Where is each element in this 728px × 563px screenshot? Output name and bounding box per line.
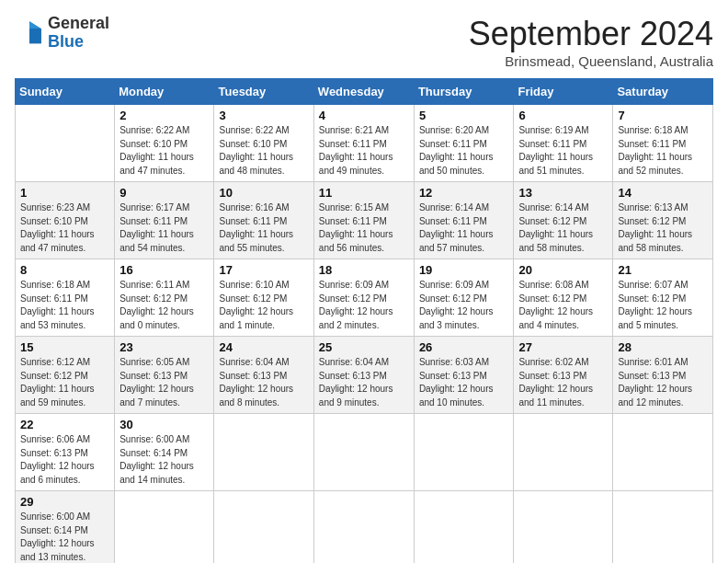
logo-blue-text: Blue	[48, 32, 84, 51]
calendar-cell: 20Sunrise: 6:08 AMSunset: 6:12 PMDayligh…	[514, 259, 613, 337]
calendar-cell	[115, 491, 214, 564]
day-number: 27	[518, 340, 608, 354]
day-info: Sunrise: 6:13 AMSunset: 6:12 PMDaylight:…	[618, 201, 708, 255]
day-number: 18	[319, 263, 409, 277]
day-of-week-header: Tuesday	[214, 79, 313, 105]
day-info: Sunrise: 6:14 AMSunset: 6:12 PMDaylight:…	[518, 201, 608, 255]
calendar-cell: 16Sunrise: 6:11 AMSunset: 6:12 PMDayligh…	[115, 259, 214, 337]
day-of-week-header: Saturday	[613, 79, 713, 105]
calendar-cell: 6Sunrise: 6:19 AMSunset: 6:11 PMDaylight…	[514, 105, 613, 182]
day-info: Sunrise: 6:10 AMSunset: 6:12 PMDaylight:…	[219, 279, 308, 332]
day-info: Sunrise: 6:20 AMSunset: 6:11 PMDaylight:…	[419, 124, 509, 178]
day-info: Sunrise: 6:03 AMSunset: 6:13 PMDaylight:…	[419, 356, 509, 409]
day-info: Sunrise: 6:21 AMSunset: 6:11 PMDaylight:…	[319, 124, 409, 178]
day-info: Sunrise: 6:00 AMSunset: 6:14 PMDaylight:…	[20, 511, 109, 563]
day-number: 22	[20, 418, 109, 431]
day-number: 3	[219, 109, 308, 122]
svg-marker-1	[29, 21, 41, 29]
day-number: 25	[319, 340, 409, 354]
calendar-cell: 4Sunrise: 6:21 AMSunset: 6:11 PMDaylight…	[313, 105, 414, 182]
day-info: Sunrise: 6:18 AMSunset: 6:11 PMDaylight:…	[20, 279, 109, 332]
day-info: Sunrise: 6:04 AMSunset: 6:13 PMDaylight:…	[319, 356, 409, 409]
day-number: 7	[618, 109, 708, 122]
calendar-week-row: 29Sunrise: 6:00 AMSunset: 6:14 PMDayligh…	[16, 491, 713, 564]
calendar-cell: 30Sunrise: 6:00 AMSunset: 6:14 PMDayligh…	[115, 414, 214, 491]
calendar-cell	[414, 491, 514, 564]
day-number: 26	[419, 340, 509, 354]
day-number: 17	[219, 263, 308, 277]
day-of-week-header: Monday	[115, 79, 214, 105]
calendar-cell: 10Sunrise: 6:16 AMSunset: 6:11 PMDayligh…	[214, 182, 313, 259]
calendar-cell: 11Sunrise: 6:15 AMSunset: 6:11 PMDayligh…	[313, 182, 414, 259]
calendar-header-row: SundayMondayTuesdayWednesdayThursdayFrid…	[16, 79, 713, 105]
calendar-cell: 12Sunrise: 6:14 AMSunset: 6:11 PMDayligh…	[414, 182, 514, 259]
day-info: Sunrise: 6:11 AMSunset: 6:12 PMDaylight:…	[119, 279, 209, 332]
calendar-cell: 18Sunrise: 6:09 AMSunset: 6:12 PMDayligh…	[313, 259, 414, 337]
day-info: Sunrise: 6:22 AMSunset: 6:10 PMDaylight:…	[119, 124, 209, 178]
calendar-week-row: 22Sunrise: 6:06 AMSunset: 6:13 PMDayligh…	[16, 414, 713, 491]
day-info: Sunrise: 6:22 AMSunset: 6:10 PMDaylight:…	[219, 124, 308, 178]
calendar-cell: 25Sunrise: 6:04 AMSunset: 6:13 PMDayligh…	[313, 337, 414, 414]
calendar-cell	[514, 491, 613, 564]
day-info: Sunrise: 6:04 AMSunset: 6:13 PMDaylight:…	[219, 356, 308, 409]
day-number: 15	[20, 340, 109, 354]
day-number: 13	[518, 186, 608, 200]
logo-icon	[15, 18, 44, 48]
calendar-week-row: 2Sunrise: 6:22 AMSunset: 6:10 PMDaylight…	[16, 105, 713, 182]
calendar-cell: 17Sunrise: 6:10 AMSunset: 6:12 PMDayligh…	[214, 259, 313, 337]
calendar-cell: 19Sunrise: 6:09 AMSunset: 6:12 PMDayligh…	[414, 259, 514, 337]
day-number: 28	[618, 340, 708, 354]
day-info: Sunrise: 6:09 AMSunset: 6:12 PMDaylight:…	[319, 279, 409, 332]
day-number: 11	[319, 186, 409, 200]
day-info: Sunrise: 6:16 AMSunset: 6:11 PMDaylight:…	[219, 201, 308, 255]
title-block: September 2024 Brinsmead, Queensland, Au…	[469, 15, 713, 69]
day-of-week-header: Friday	[514, 79, 613, 105]
day-number: 20	[518, 263, 608, 277]
calendar-cell	[613, 491, 713, 564]
day-number: 2	[119, 109, 209, 122]
day-number: 5	[419, 109, 509, 122]
day-info: Sunrise: 6:12 AMSunset: 6:12 PMDaylight:…	[20, 356, 109, 409]
day-number: 9	[119, 186, 209, 200]
day-number: 12	[419, 186, 509, 200]
calendar-cell: 13Sunrise: 6:14 AMSunset: 6:12 PMDayligh…	[514, 182, 613, 259]
calendar-cell: 26Sunrise: 6:03 AMSunset: 6:13 PMDayligh…	[414, 337, 514, 414]
day-number: 24	[219, 340, 308, 354]
logo-general-text: General	[48, 14, 109, 32]
calendar-week-row: 15Sunrise: 6:12 AMSunset: 6:12 PMDayligh…	[16, 337, 713, 414]
location: Brinsmead, Queensland, Australia	[469, 53, 713, 69]
day-number: 1	[20, 186, 109, 200]
day-of-week-header: Wednesday	[313, 79, 414, 105]
calendar-cell: 27Sunrise: 6:02 AMSunset: 6:13 PMDayligh…	[514, 337, 613, 414]
calendar-cell	[16, 105, 115, 182]
calendar-cell: 9Sunrise: 6:17 AMSunset: 6:11 PMDaylight…	[115, 182, 214, 259]
day-info: Sunrise: 6:09 AMSunset: 6:12 PMDaylight:…	[419, 279, 509, 332]
day-number: 19	[419, 263, 509, 277]
day-of-week-header: Thursday	[414, 79, 514, 105]
day-number: 30	[119, 418, 209, 431]
day-info: Sunrise: 6:18 AMSunset: 6:11 PMDaylight:…	[618, 124, 708, 178]
calendar-cell: 7Sunrise: 6:18 AMSunset: 6:11 PMDaylight…	[613, 105, 713, 182]
calendar-cell	[313, 491, 414, 564]
calendar-cell: 29Sunrise: 6:00 AMSunset: 6:14 PMDayligh…	[16, 491, 115, 564]
day-info: Sunrise: 6:01 AMSunset: 6:13 PMDaylight:…	[618, 356, 708, 409]
calendar-cell: 21Sunrise: 6:07 AMSunset: 6:12 PMDayligh…	[613, 259, 713, 337]
calendar-cell: 15Sunrise: 6:12 AMSunset: 6:12 PMDayligh…	[16, 337, 115, 414]
calendar-cell: 8Sunrise: 6:18 AMSunset: 6:11 PMDaylight…	[16, 259, 115, 337]
day-info: Sunrise: 6:14 AMSunset: 6:11 PMDaylight:…	[419, 201, 509, 255]
calendar-cell: 1Sunrise: 6:23 AMSunset: 6:10 PMDaylight…	[16, 182, 115, 259]
day-number: 16	[119, 263, 209, 277]
calendar-cell	[214, 414, 313, 491]
calendar: SundayMondayTuesdayWednesdayThursdayFrid…	[15, 78, 713, 563]
header: General Blue September 2024 Brinsmead, Q…	[15, 15, 713, 69]
day-number: 21	[618, 263, 708, 277]
day-info: Sunrise: 6:23 AMSunset: 6:10 PMDaylight:…	[20, 201, 109, 255]
calendar-cell: 28Sunrise: 6:01 AMSunset: 6:13 PMDayligh…	[613, 337, 713, 414]
day-number: 14	[618, 186, 708, 200]
day-info: Sunrise: 6:06 AMSunset: 6:13 PMDaylight:…	[20, 433, 109, 487]
day-of-week-header: Sunday	[16, 79, 115, 105]
day-number: 4	[319, 109, 409, 122]
logo: General Blue	[15, 15, 109, 52]
calendar-cell: 5Sunrise: 6:20 AMSunset: 6:11 PMDaylight…	[414, 105, 514, 182]
calendar-cell: 2Sunrise: 6:22 AMSunset: 6:10 PMDaylight…	[115, 105, 214, 182]
